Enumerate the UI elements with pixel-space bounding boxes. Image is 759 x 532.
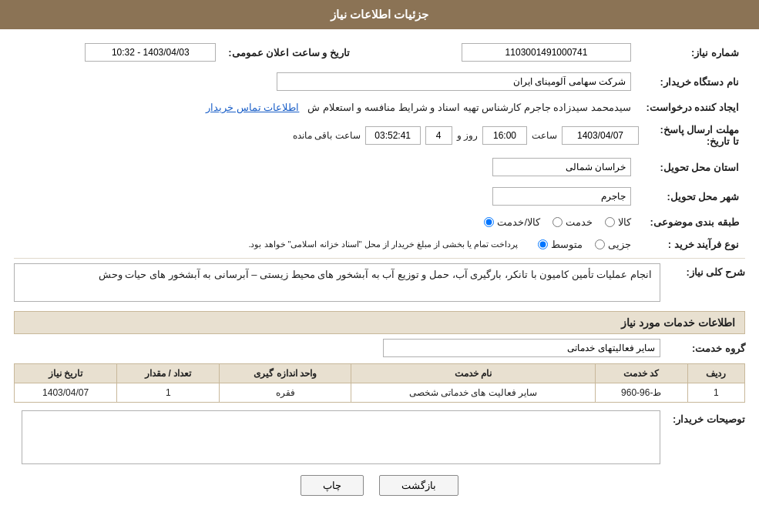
tarikhe-elan-input[interactable] — [85, 43, 216, 62]
creator-name: سیدمحمد سیدزاده جاجرم کارشناس تهیه اسناد… — [307, 102, 631, 113]
col-tarikh: تاریخ نیاز — [15, 364, 117, 383]
noe-farayand-label: نوع فرآیند خرید : — [637, 236, 745, 253]
noe-motevaset-label: متوسط — [551, 239, 583, 250]
services-table: ردیف کد خدمت نام خدمت واحد اندازه گیری ت… — [14, 363, 745, 403]
mohlet-remain-input[interactable] — [365, 126, 421, 145]
button-row: بازگشت چاپ — [14, 475, 745, 496]
khadamat-section-header: اطلاعات خدمات مورد نیاز — [14, 311, 745, 334]
col-tedad: تعداد / مقدار — [117, 364, 220, 383]
sharh-label: شرح کلی نیاز: — [660, 263, 745, 278]
buyer-desc-textarea[interactable] — [22, 410, 660, 464]
name-dastgah-label: نام دستگاه خریدار: — [637, 69, 745, 94]
print-button[interactable]: چاپ — [301, 475, 364, 496]
shomara-niaz-label: شماره نیاز: — [637, 40, 745, 65]
mohlet-time-input[interactable] — [482, 126, 527, 145]
mohlet-remain-label: ساعت باقی مانده — [293, 130, 361, 141]
gorohe-label: گروه خدمت: — [660, 343, 745, 354]
creator-link[interactable]: اطلاعات تماس خریدار — [206, 102, 299, 113]
name-dastgah-input[interactable] — [277, 72, 631, 91]
tabaqe-kala-label: کالا — [618, 216, 631, 228]
mohlet-date-input[interactable] — [562, 126, 639, 145]
tabaqe-kala-khedmat-option[interactable]: کالا/خدمت — [484, 216, 540, 228]
ostan-input[interactable] — [492, 158, 631, 176]
ostan-label: استان محل تحویل: — [637, 155, 745, 179]
sharh-value: انجام عملیات تأمین کامیون با تانکر، بارگ… — [14, 263, 660, 302]
cell-tarikh: 1403/04/07 — [15, 383, 117, 403]
mohlet-roz-label: روز و — [457, 130, 478, 141]
col-vahed: واحد اندازه گیری — [220, 364, 351, 383]
tarikhe-elan-label: تاریخ و ساعت اعلان عمومی: — [222, 40, 373, 65]
page-title: جزئیات اطلاعات نیاز — [0, 0, 759, 29]
cell-radif: 1 — [687, 383, 744, 403]
shomara-niaz-input[interactable] — [462, 43, 631, 62]
col-kod-khedmat: کد خدمت — [595, 364, 687, 383]
creator-label: ایجاد کننده درخواست: — [637, 99, 745, 116]
col-name-khedmat: نام خدمت — [351, 364, 595, 383]
tabaqe-khedmat-label: خدمت — [566, 216, 593, 228]
table-row: 1 ط-96-960 سایر فعالیت های خدماتی شخصی ف… — [15, 383, 745, 403]
noe-jozii-option[interactable]: جزیی — [595, 239, 631, 250]
cell-tedad: 1 — [117, 383, 220, 403]
shahr-label: شهر محل تحویل: — [637, 184, 745, 209]
col-radif: ردیف — [687, 364, 744, 383]
cell-kod-khedmat: ط-96-960 — [595, 383, 687, 403]
buyer-desc-label: توصیحات خریدار: — [660, 410, 745, 425]
shahr-input[interactable] — [492, 187, 631, 206]
noe-note: پرداخت تمام یا بخشی از مبلغ خریدار از مح… — [248, 239, 518, 249]
mohlet-roz-input[interactable] — [425, 126, 452, 145]
tabaqe-kala-khedmat-label: کالا/خدمت — [497, 216, 540, 228]
noe-motevaset-option[interactable]: متوسط — [538, 239, 583, 250]
cell-vahed: فقره — [220, 383, 351, 403]
tabaqe-label: طبقه بندی موضوعی: — [637, 213, 745, 231]
gorohe-input[interactable] — [383, 339, 660, 357]
cell-name-khedmat: سایر فعالیت های خدماتی شخصی — [351, 383, 595, 403]
mohlet-time-label: ساعت — [532, 130, 557, 141]
mohlet-label: مهلت ارسال پاسخ: تا تاریخ: — [645, 121, 745, 150]
back-button[interactable]: بازگشت — [379, 475, 458, 496]
noe-jozii-label: جزیی — [608, 239, 631, 250]
tabaqe-kala-option[interactable]: کالا — [605, 216, 631, 228]
tabaqe-khedmat-option[interactable]: خدمت — [552, 216, 593, 228]
